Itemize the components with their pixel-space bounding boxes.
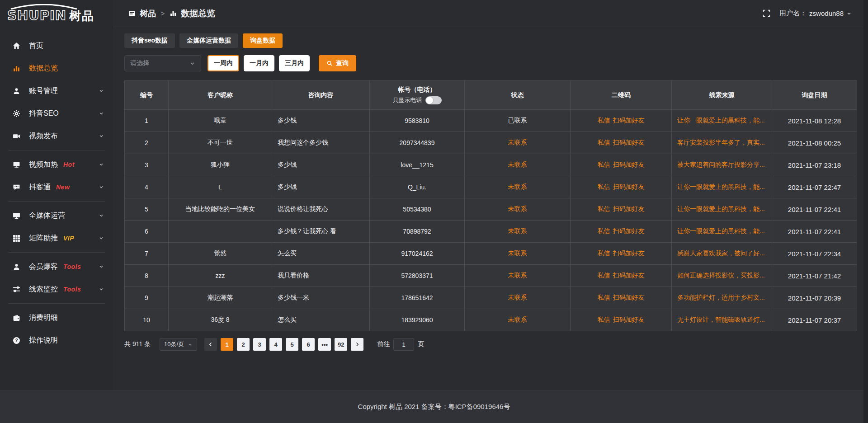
qr-link-scan-add-friend[interactable]: 扫码加好友: [613, 183, 645, 190]
user-dropdown[interactable]: 用户名：zswodun88: [779, 9, 852, 18]
cell-status: 未联系: [465, 132, 571, 154]
cell-nickname: 当地比较能吃的一位美女: [169, 198, 272, 221]
sidebar-item-member-leads[interactable]: 会员爆客Tools: [0, 255, 113, 278]
sidebar-item-video-boost[interactable]: 视频加热Hot: [0, 153, 113, 176]
source-link[interactable]: 让你一眼就爱上的黑科技，能...: [677, 117, 765, 124]
source-link[interactable]: 无主灯设计，智能磁吸轨道灯...: [677, 316, 765, 323]
cell-qrcode: 私信扫码加好友: [571, 132, 672, 154]
page-button-6[interactable]: 6: [302, 338, 315, 351]
qr-link-private-message[interactable]: 私信: [598, 227, 610, 235]
sidebar-item-video-publish[interactable]: 视频发布: [0, 125, 113, 147]
qr-link-scan-add-friend[interactable]: 扫码加好友: [613, 294, 645, 301]
cell-account: 50534380: [370, 198, 465, 221]
breadcrumb-app-icon: [128, 10, 136, 17]
range-button-one-month[interactable]: 一月内: [244, 55, 274, 71]
wallet-icon: [13, 314, 22, 322]
inquiry-table: 编号 客户昵称 咨询内容 帐号（电话） 只显示电话 状态: [124, 80, 857, 331]
sidebar-item-lead-monitor[interactable]: 线索监控Tools: [0, 278, 113, 301]
sidebar-item-douketong[interactable]: 抖客通New: [0, 176, 113, 198]
qr-link-scan-add-friend[interactable]: 扫码加好友: [613, 272, 645, 279]
cell-content: 多少钱: [272, 176, 370, 198]
page-button-1[interactable]: 1: [221, 338, 233, 351]
source-link[interactable]: 让你一眼就爱上的黑科技，能...: [677, 183, 765, 190]
sidebar-item-account-management[interactable]: 账号管理: [0, 80, 113, 102]
page-button-2[interactable]: 2: [237, 338, 250, 351]
page-size-value: 10条/页: [164, 340, 184, 348]
chevron-down-icon: [99, 213, 104, 218]
range-button-three-months[interactable]: 三月内: [279, 55, 310, 71]
page-size-select[interactable]: 10条/页: [160, 338, 197, 351]
search-icon: [326, 60, 333, 66]
fullscreen-icon[interactable]: [763, 9, 770, 17]
qr-link-private-message[interactable]: 私信: [598, 272, 610, 279]
qr-link-scan-add-friend[interactable]: 扫码加好友: [613, 161, 645, 168]
cell-status: 未联系: [465, 287, 571, 309]
sidebar-item-label: 抖客通: [29, 183, 51, 192]
user-icon: [13, 263, 22, 271]
breadcrumb-root[interactable]: 树品: [140, 8, 156, 19]
qr-link-scan-add-friend[interactable]: 扫码加好友: [613, 117, 645, 124]
filter-select[interactable]: 请选择: [124, 55, 201, 71]
sidebar-item-data-overview[interactable]: 数据总览: [0, 57, 113, 80]
table-row: 1036度 8怎么买183929060未联系私信扫码加好友无主灯设计，智能磁吸轨…: [125, 309, 857, 331]
source-link[interactable]: 客厅安装投影半年多了，真实...: [677, 139, 765, 146]
qr-link-scan-add-friend[interactable]: 扫码加好友: [613, 205, 645, 212]
cell-source: 感谢大家喜欢我家，被问了好...: [672, 243, 772, 265]
chevron-down-icon: [99, 111, 104, 116]
account-phone-label: 帐号（电话）: [375, 86, 459, 94]
sidebar-item-home[interactable]: 首页: [0, 34, 113, 57]
qr-link-private-message[interactable]: 私信: [598, 139, 610, 146]
qr-link-private-message[interactable]: 私信: [598, 294, 610, 301]
source-link[interactable]: 多功能护栏灯，适用于乡村文...: [677, 294, 765, 301]
qr-link-scan-add-friend[interactable]: 扫码加好友: [613, 139, 645, 146]
sidebar-item-instructions[interactable]: ?操作说明: [0, 329, 113, 352]
page-ellipsis-button[interactable]: •••: [318, 338, 331, 351]
badge-vip: VIP: [63, 235, 74, 242]
tab-omni-media-data[interactable]: 全媒体运营数据: [179, 33, 238, 48]
sidebar-item-consumption-detail[interactable]: 消费明细: [0, 306, 113, 329]
cell-qrcode: 私信扫码加好友: [571, 221, 672, 243]
scrollbar[interactable]: [863, 0, 868, 423]
logo-text-cn: 树品: [69, 8, 94, 24]
tab-inquiry-data[interactable]: 询盘数据: [243, 33, 283, 48]
source-link[interactable]: 让你一眼就爱上的黑科技，能...: [677, 227, 765, 235]
tab-douyin-seo-data[interactable]: 抖音seo数据: [124, 33, 175, 48]
phone-only-toggle[interactable]: [425, 96, 442, 104]
qr-link-private-message[interactable]: 私信: [598, 249, 610, 257]
app-logo[interactable]: SHUPIN 树品: [0, 0, 113, 28]
sidebar-item-label: 全媒体运营: [29, 211, 65, 221]
prev-page-button[interactable]: [204, 338, 217, 351]
search-button[interactable]: 查询: [319, 55, 356, 71]
page-button-3[interactable]: 3: [253, 338, 266, 351]
table-row: 2不可一世我想问这个多少钱2097344839未联系私信扫码加好友客厅安装投影半…: [125, 132, 857, 154]
qr-link-scan-add-friend[interactable]: 扫码加好友: [613, 249, 645, 257]
qr-link-private-message[interactable]: 私信: [598, 205, 610, 212]
qr-link-private-message[interactable]: 私信: [598, 117, 610, 124]
sidebar-item-label: 会员爆客: [29, 262, 58, 272]
qr-link-scan-add-friend[interactable]: 扫码加好友: [613, 316, 645, 323]
source-link[interactable]: 感谢大家喜欢我家，被问了好...: [677, 249, 765, 257]
sidebar-item-omni-media[interactable]: 全媒体运营: [0, 204, 113, 227]
col-header-qrcode: 二维码: [571, 81, 672, 110]
page-button-92[interactable]: 92: [335, 338, 347, 351]
goto-page-input[interactable]: [393, 338, 414, 351]
filter-select-placeholder: 请选择: [130, 59, 149, 67]
col-header-account-phone: 帐号（电话） 只显示电话: [370, 81, 465, 110]
sidebar-item-label: 矩阵助推: [29, 234, 58, 243]
sidebar-item-label: 首页: [29, 41, 43, 51]
sidebar-item-douyin-seo[interactable]: 抖音SEO: [0, 102, 113, 125]
qr-link-scan-add-friend[interactable]: 扫码加好友: [613, 227, 645, 235]
qr-link-private-message[interactable]: 私信: [598, 183, 610, 190]
source-link[interactable]: 如何正确选择投影仪，买投影...: [677, 272, 765, 279]
qr-link-private-message[interactable]: 私信: [598, 316, 610, 323]
source-link[interactable]: 被大家追着问的客厅投影分享...: [677, 161, 765, 168]
range-button-one-week[interactable]: 一周内: [208, 55, 239, 71]
logo-text-en: SHUPIN: [7, 8, 66, 23]
source-link[interactable]: 让你一眼就爱上的黑科技，能...: [677, 205, 765, 212]
page-button-5[interactable]: 5: [286, 338, 298, 351]
sidebar-item-matrix-push[interactable]: 矩阵助推VIP: [0, 227, 113, 249]
next-page-button[interactable]: [351, 338, 363, 351]
qr-link-private-message[interactable]: 私信: [598, 161, 610, 168]
total-count: 共 911 条: [124, 340, 151, 348]
page-button-4[interactable]: 4: [269, 338, 282, 351]
